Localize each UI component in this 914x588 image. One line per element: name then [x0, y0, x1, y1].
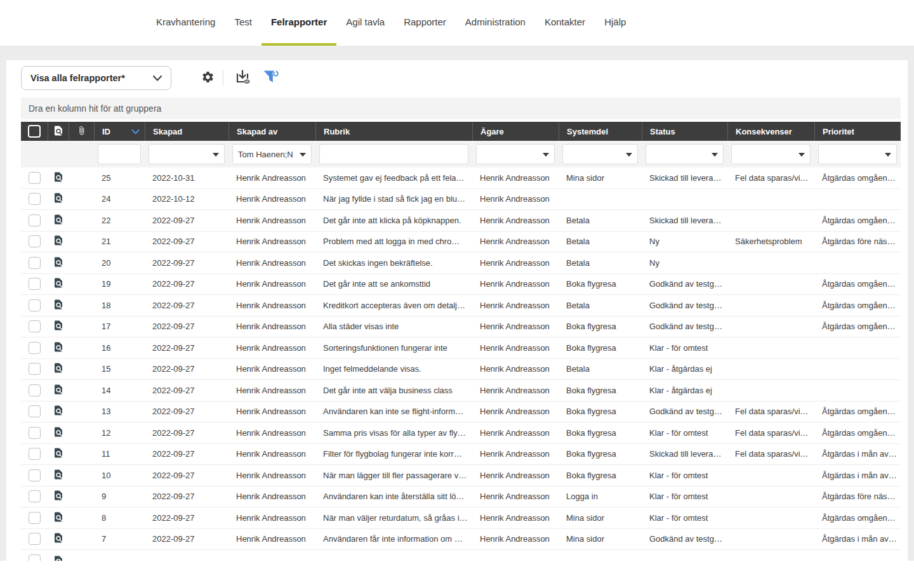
row-checkbox[interactable]: [29, 405, 41, 417]
tab-test[interactable]: Test: [225, 0, 262, 46]
row-checkbox[interactable]: [29, 214, 41, 226]
report-row-20[interactable]: 202022-09-27Henrik AndreassonDet skickas…: [21, 252, 901, 274]
tab-kontakter[interactable]: Kontakter: [535, 0, 595, 46]
report-row-14[interactable]: 142022-09-27Henrik AndreassonDet går int…: [21, 380, 901, 402]
header-find-in-page[interactable]: [48, 122, 69, 141]
find-in-page-icon[interactable]: [53, 555, 64, 561]
tab-hj-lp[interactable]: Hjälp: [595, 0, 635, 46]
row-checkbox[interactable]: [29, 257, 41, 269]
report-row-25[interactable]: 252022-10-31Henrik AndreassonSystemet ga…: [21, 167, 901, 189]
find-in-page-icon[interactable]: [53, 532, 64, 546]
report-row-9[interactable]: 92022-09-27Henrik AndreassonAnvändaren k…: [21, 487, 901, 508]
filter-status-input[interactable]: [646, 144, 724, 164]
find-in-page-icon[interactable]: [53, 256, 64, 270]
column-header-konsekvenser[interactable]: Konsekvenser: [727, 122, 814, 141]
row-checkbox[interactable]: [29, 512, 41, 524]
report-row-17[interactable]: 172022-09-27Henrik AndreassonAlla städer…: [21, 317, 901, 338]
cell-skapad-av: Henrik Andreasson: [228, 189, 315, 210]
report-row-10[interactable]: 102022-09-27Henrik AndreassonNär man läg…: [21, 465, 901, 487]
find-in-page-icon[interactable]: [53, 214, 64, 227]
find-in-page-icon[interactable]: [53, 341, 64, 355]
report-row-18[interactable]: 182022-09-27Henrik AndreassonKreditkort …: [21, 295, 901, 317]
report-row-12[interactable]: 122022-09-27Henrik AndreassonSamma pris …: [21, 422, 901, 444]
filter-skapad-av-input[interactable]: Tom Haenen;N: [232, 144, 312, 164]
column-header-systemdel[interactable]: Systemdel: [559, 122, 642, 141]
report-row-16[interactable]: 162022-09-27Henrik AndreassonSorteringsf…: [21, 337, 901, 359]
report-row-8[interactable]: 82022-09-27Henrik AndreassonNär man välj…: [21, 507, 901, 529]
find-in-page-icon[interactable]: [53, 469, 64, 482]
cell-systemdel: Betala: [559, 232, 642, 252]
export-view-icon[interactable]: [233, 67, 252, 86]
find-in-page-icon[interactable]: [53, 405, 64, 418]
report-row-24[interactable]: 242022-10-12Henrik AndreassonNär jag fyl…: [21, 189, 901, 211]
row-checkbox-cell: [21, 167, 48, 188]
tab-rapporter[interactable]: Rapporter: [394, 0, 456, 46]
filter-skapad-input[interactable]: [149, 144, 225, 164]
row-checkbox[interactable]: [29, 342, 41, 354]
find-in-page-icon[interactable]: [53, 426, 64, 440]
settings-gear-icon[interactable]: [198, 67, 217, 86]
find-in-page-icon[interactable]: [53, 192, 64, 206]
report-row-19[interactable]: 192022-09-27Henrik AndreassonDet går int…: [21, 274, 901, 296]
filter-prioritet-input[interactable]: [818, 144, 897, 164]
find-in-page-icon[interactable]: [53, 277, 64, 291]
group-by-hint: Dra en kolumn hit för att gruppera: [29, 103, 161, 114]
report-row-partial[interactable]: [21, 550, 901, 561]
row-checkbox[interactable]: [29, 193, 41, 205]
row-checkbox[interactable]: [29, 427, 41, 439]
filter-systemdel-input[interactable]: [562, 144, 638, 164]
group-by-bar[interactable]: Dra en kolumn hit för att gruppera: [21, 98, 901, 119]
row-checkbox[interactable]: [29, 235, 41, 247]
header-attachment[interactable]: [69, 122, 94, 141]
column-header-prioritet[interactable]: Prioritet: [814, 122, 901, 141]
filter-id-input[interactable]: [98, 144, 141, 164]
tab-agil-tavla[interactable]: Agil tavla: [336, 0, 394, 46]
row-checkbox[interactable]: [29, 299, 41, 311]
find-in-page-icon[interactable]: [53, 320, 64, 333]
row-checkbox[interactable]: [29, 448, 41, 460]
report-row-7[interactable]: 72022-09-27Henrik AndreassonAnvändaren f…: [21, 529, 901, 551]
column-header-status[interactable]: Status: [642, 122, 727, 141]
find-in-page-icon[interactable]: [53, 171, 64, 185]
row-checkbox[interactable]: [29, 363, 41, 375]
report-row-11[interactable]: 112022-09-27Henrik AndreassonFilter för …: [21, 444, 901, 466]
sort-descending-icon: [131, 127, 140, 136]
column-header-skapad-av[interactable]: Skapad av: [228, 122, 315, 141]
column-header--gare[interactable]: Ägare: [472, 122, 559, 141]
row-checkbox[interactable]: [29, 533, 41, 545]
cell-agare: Henrik Andreasson: [472, 487, 559, 507]
find-in-page-icon[interactable]: [53, 447, 64, 461]
row-checkbox[interactable]: [29, 320, 41, 332]
dropdown-arrow-icon: [712, 153, 718, 157]
column-header-skapad[interactable]: Skapad: [145, 122, 228, 141]
row-checkbox[interactable]: [29, 172, 41, 184]
row-checkbox[interactable]: [29, 554, 41, 561]
filter-konsekvenser-input[interactable]: [731, 144, 811, 164]
filter-agare-input[interactable]: [476, 144, 555, 164]
row-checkbox[interactable]: [29, 490, 41, 502]
header-select-all-checkbox[interactable]: [21, 122, 48, 141]
find-in-page-icon[interactable]: [53, 299, 64, 312]
filter-rubrik-input[interactable]: [319, 144, 468, 164]
tab-kravhantering[interactable]: Kravhantering: [147, 0, 225, 46]
row-checkbox[interactable]: [29, 384, 41, 396]
find-in-page-icon[interactable]: [53, 490, 64, 503]
row-checkbox[interactable]: [29, 469, 41, 481]
report-row-15[interactable]: 152022-09-27Henrik AndreassonInget felme…: [21, 359, 901, 381]
find-in-page-icon[interactable]: [53, 362, 64, 376]
find-in-page-icon[interactable]: [53, 511, 64, 525]
filter-reset-icon[interactable]: [262, 67, 281, 86]
tab-administration[interactable]: Administration: [456, 0, 535, 46]
report-row-22[interactable]: 222022-09-27Henrik AndreassonDet går int…: [21, 210, 901, 232]
column-header-id[interactable]: ID: [94, 122, 145, 141]
row-checkbox[interactable]: [29, 278, 41, 290]
cell-rubrik: Samma pris visas för alla typer av fly…: [315, 422, 472, 443]
column-header-rubrik[interactable]: Rubrik: [315, 122, 472, 141]
tab-felrapporter[interactable]: Felrapporter: [262, 0, 336, 46]
find-in-page-icon[interactable]: [53, 235, 64, 248]
select-all-checkbox[interactable]: [28, 125, 41, 138]
report-row-13[interactable]: 132022-09-27Henrik AndreassonAnvändaren …: [21, 402, 901, 423]
find-in-page-icon[interactable]: [53, 384, 64, 397]
view-selector-dropdown[interactable]: Visa alla felrapporter*: [21, 66, 171, 90]
report-row-21[interactable]: 212022-09-27Henrik AndreassonProblem med…: [21, 232, 901, 253]
